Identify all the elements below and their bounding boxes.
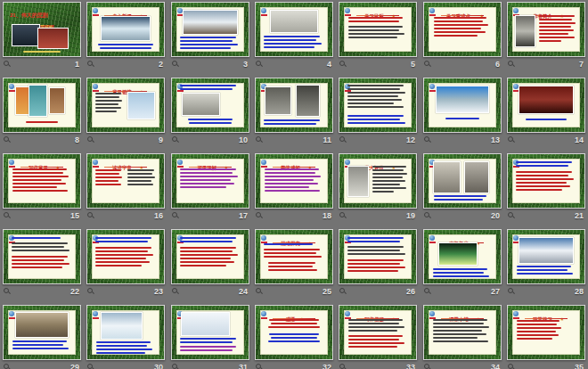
slide-cell: 20	[423, 153, 502, 221]
magnifier-icon[interactable]	[424, 212, 431, 219]
slide-thumbnail[interactable]	[255, 2, 333, 57]
slide-thumbnail[interactable]: 作者简介★	[507, 2, 585, 57]
magnifier-icon[interactable]	[256, 212, 263, 219]
slide-number: 19	[406, 211, 415, 220]
slide-cell: 22	[3, 229, 81, 297]
photo-placeholder	[519, 86, 574, 114]
magnifier-icon[interactable]	[256, 136, 263, 144]
slide-inner: 课堂小结★	[429, 310, 496, 355]
magnifier-icon[interactable]	[339, 136, 347, 144]
slide-thumbnail[interactable]	[171, 305, 249, 360]
magnifier-icon[interactable]	[508, 364, 515, 369]
magnifier-icon[interactable]	[339, 61, 347, 68]
slide-thumbnail[interactable]: 学习目标★	[339, 2, 417, 57]
slide-cell: 11	[255, 78, 333, 145]
magnifier-icon[interactable]	[508, 288, 515, 295]
magnifier-icon[interactable]	[424, 288, 431, 295]
magnifier-icon[interactable]	[424, 136, 431, 144]
text-lines	[441, 118, 485, 121]
slide-thumbnail[interactable]	[507, 153, 585, 209]
slide-thumbnail[interactable]: 疑难探究★	[255, 229, 333, 284]
slide-number: 3	[243, 60, 248, 69]
magnifier-icon[interactable]	[339, 364, 347, 369]
slide-thumbnail[interactable]	[255, 78, 333, 133]
slide-thumbnail[interactable]: 随堂练习★	[507, 305, 585, 360]
photo-placeholder	[29, 85, 47, 117]
text-lines	[348, 319, 408, 333]
magnifier-icon[interactable]	[256, 288, 263, 295]
slide-thumbnail[interactable]	[86, 305, 165, 360]
text-lines	[347, 259, 408, 274]
slide-inner	[92, 310, 159, 355]
magnifier-icon[interactable]	[87, 364, 94, 369]
slide-thumbnail[interactable]: 21、伟大的悲剧茨威格	[3, 2, 81, 57]
slide-thumbnail[interactable]	[171, 2, 249, 57]
slide-thumbnail[interactable]	[171, 78, 249, 133]
slide-cell: 26	[339, 229, 417, 297]
slide-inner: 随堂练习★	[512, 310, 580, 355]
magnifier-icon[interactable]	[339, 212, 347, 219]
magnifier-icon[interactable]	[172, 364, 179, 369]
photo-placeholder	[15, 312, 68, 338]
magnifier-icon[interactable]	[424, 61, 431, 68]
slide-thumbnail[interactable]	[507, 229, 585, 284]
slide-thumbnail[interactable]: 读准字音★	[86, 153, 165, 209]
text-lines	[516, 161, 576, 168]
magnifier-icon[interactable]	[87, 288, 94, 295]
slide-thumbnail[interactable]: 世人评价★	[339, 153, 417, 209]
slide-thumbnail[interactable]	[171, 229, 249, 284]
slide-thumbnail[interactable]	[86, 229, 165, 284]
magnifier-icon[interactable]	[508, 136, 515, 144]
slide-thumbnail[interactable]	[339, 229, 417, 284]
slide-inner: 学习目标★	[344, 7, 412, 52]
slide-thumbnail[interactable]: 词语理解★	[171, 153, 249, 209]
slide-thumbnail[interactable]: 背景链接★	[86, 78, 165, 133]
text-lines	[96, 341, 156, 355]
magnifier-icon[interactable]	[87, 61, 94, 68]
text-lines	[95, 169, 124, 187]
slide-thumbnail[interactable]	[339, 78, 417, 133]
text-lines	[517, 320, 564, 341]
text-lines	[264, 119, 324, 127]
slide-thumbnail[interactable]: 课堂小结★	[423, 305, 502, 360]
slide-thumbnail[interactable]: 南极极光★	[423, 229, 502, 284]
slide-thumbnail[interactable]	[507, 78, 585, 133]
magnifier-icon[interactable]	[4, 212, 11, 219]
magnifier-icon[interactable]	[172, 212, 179, 219]
magnifier-icon[interactable]	[172, 288, 179, 295]
slide-thumbnail[interactable]: 走入新课★	[86, 2, 165, 57]
magnifier-icon[interactable]	[424, 364, 431, 369]
magnifier-icon[interactable]	[339, 288, 347, 295]
magnifier-icon[interactable]	[87, 212, 94, 219]
slide-number: 33	[406, 363, 415, 369]
slide-number: 7	[579, 60, 584, 69]
magnifier-icon[interactable]	[4, 136, 11, 144]
magnifier-icon[interactable]	[4, 61, 11, 68]
magnifier-icon[interactable]	[4, 288, 11, 295]
magnifier-icon[interactable]	[87, 136, 94, 144]
text-lines	[516, 171, 576, 193]
magnifier-icon[interactable]	[508, 212, 515, 219]
slide-thumbnail[interactable]: 学习重难点★	[423, 2, 502, 57]
slide-thumbnail[interactable]	[3, 229, 81, 284]
slide-number: 9	[159, 135, 163, 144]
slide-thumbnail[interactable]	[423, 78, 502, 133]
text-lines	[372, 166, 409, 194]
slide-thumbnail[interactable]	[3, 305, 81, 360]
slide-number: 17	[239, 211, 248, 220]
slide-cell: 背景链接★ 9	[86, 78, 165, 145]
magnifier-icon[interactable]	[172, 61, 179, 68]
slide-thumbnail[interactable]: 写作借鉴★	[339, 305, 417, 360]
magnifier-icon[interactable]	[256, 61, 263, 68]
magnifier-icon[interactable]	[4, 364, 11, 369]
slide-cell: 10	[171, 78, 249, 145]
slide-thumbnail[interactable]	[3, 78, 81, 133]
slide-thumbnail[interactable]: 感悟★	[255, 305, 333, 360]
slide-thumbnail[interactable]: 整体感知★	[255, 153, 333, 209]
magnifier-icon[interactable]	[256, 364, 263, 369]
slide-thumbnail[interactable]	[423, 153, 502, 209]
magnifier-icon[interactable]	[508, 61, 515, 68]
magnifier-icon[interactable]	[172, 136, 179, 144]
slide-thumbnail[interactable]: 写作背景★	[3, 153, 81, 209]
slide-caption-strip: 3	[171, 57, 249, 70]
